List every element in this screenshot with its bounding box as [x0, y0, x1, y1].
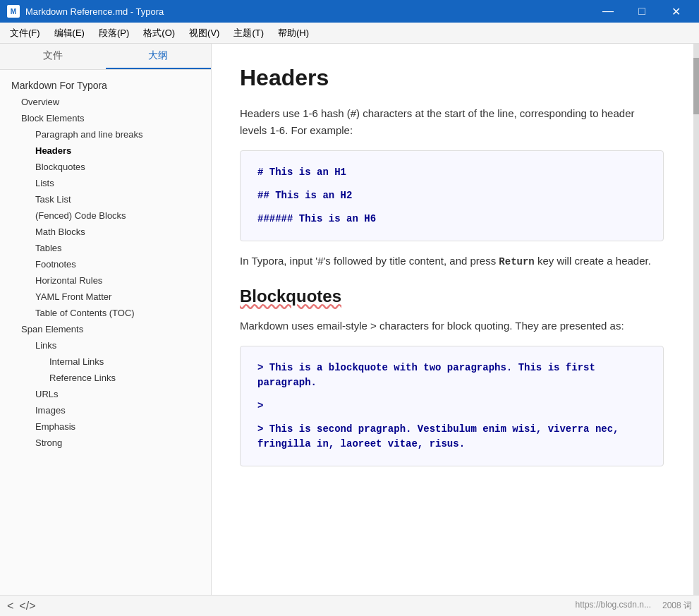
statusbar: < </> https://blog.csdn.n... 2008 词 [0, 595, 699, 616]
main-layout: 文件 大纲 Markdown For TyporaOverviewBlock E… [0, 44, 699, 595]
statusbar-url: https://blog.csdn.n... [576, 600, 651, 612]
menu-item-h[interactable]: 帮助(H) [271, 24, 316, 42]
code-line: # This is an H1 [257, 165, 646, 180]
toc-item-3[interactable]: Paragraph and line breaks [0, 126, 211, 143]
code-block-2: > This is a blockquote with two paragrap… [240, 346, 664, 466]
toc-item-9[interactable]: Math Blocks [0, 224, 211, 240]
toc-item-17[interactable]: Internal Links [0, 354, 211, 370]
nav-prev-button[interactable]: < [7, 600, 13, 612]
toc-item-7[interactable]: Task List [0, 191, 211, 207]
app-icon: M [7, 5, 20, 18]
toc-item-11[interactable]: Footnotes [0, 256, 211, 272]
toc-item-21[interactable]: Emphasis [0, 418, 211, 435]
menu-item-e[interactable]: 编辑(E) [47, 24, 92, 42]
maximize-button[interactable]: □ [626, 0, 658, 23]
minimize-button[interactable]: — [592, 0, 624, 23]
titlebar: M Markdown Reference.md - Typora — □ ✕ [0, 0, 699, 23]
toc-item-5[interactable]: Blockquotes [0, 159, 211, 175]
toc-item-6[interactable]: Lists [0, 175, 211, 191]
toc-item-14[interactable]: Table of Contents (TOC) [0, 305, 211, 321]
close-button[interactable]: ✕ [660, 0, 692, 23]
blockquotes-heading: Blockquotes [240, 286, 664, 306]
window-title: Markdown Reference.md - Typora [25, 6, 164, 17]
menubar: 文件(F)编辑(E)段落(P)格式(O)视图(V)主题(T)帮助(H) [0, 23, 699, 44]
code-line: ## This is an H2 [257, 188, 646, 203]
code-line: ###### This is an H6 [257, 212, 646, 227]
toc-item-18[interactable]: Reference Links [0, 370, 211, 386]
content-area: Headers Headers use 1-6 hash (#) charact… [212, 44, 699, 595]
code-block-1: # This is an H1## This is an H2###### Th… [240, 150, 664, 241]
return-paragraph: In Typora, input '#'s followed by title … [240, 253, 664, 270]
sidebar-toc: Markdown For TyporaOverviewBlock Element… [0, 70, 211, 595]
toc-item-22[interactable]: Strong [0, 435, 211, 451]
toc-item-16[interactable]: Links [0, 337, 211, 354]
toc-item-13[interactable]: YAML Front Matter [0, 289, 211, 305]
return-code: Return [499, 256, 534, 267]
menu-item-o[interactable]: 格式(O) [136, 24, 182, 42]
window-controls[interactable]: — □ ✕ [592, 0, 692, 23]
titlebar-left: M Markdown Reference.md - Typora [7, 5, 164, 18]
return-text-before: In Typora, input '#'s followed by title … [240, 255, 499, 267]
toc-item-2[interactable]: Block Elements [0, 110, 211, 126]
code-line: > [257, 399, 646, 413]
toc-item-4[interactable]: Headers [0, 143, 211, 159]
toc-item-1[interactable]: Overview [0, 94, 211, 110]
code-line: > This is a blockquote with two paragrap… [257, 361, 646, 390]
code-line: > This is second pragraph. Vestibulum en… [257, 422, 646, 452]
word-count: 2008 词 [662, 600, 692, 612]
tab-files[interactable]: 文件 [0, 44, 106, 69]
menu-item-f[interactable]: 文件(F) [3, 24, 47, 42]
return-text-after: key will create a header. [535, 255, 651, 267]
menu-item-p[interactable]: 段落(P) [92, 24, 136, 42]
statusbar-info: https://blog.csdn.n... 2008 词 [576, 600, 692, 612]
toc-item-12[interactable]: Horizontal Rules [0, 272, 211, 289]
page-title: Headers [240, 65, 664, 91]
menu-item-v[interactable]: 视图(V) [182, 24, 226, 42]
toc-item-10[interactable]: Tables [0, 240, 211, 256]
toc-item-19[interactable]: URLs [0, 386, 211, 402]
statusbar-nav: < </> [7, 600, 35, 612]
tab-outline[interactable]: 大纲 [106, 44, 212, 69]
source-mode-button[interactable]: </> [19, 600, 35, 612]
intro-paragraph: Headers use 1-6 hash (#) characters at t… [240, 105, 664, 139]
menu-item-t[interactable]: 主题(T) [226, 24, 271, 42]
blockquotes-paragraph: Markdown uses email-style > characters f… [240, 318, 664, 334]
sidebar-tabs: 文件 大纲 [0, 44, 211, 70]
toc-item-0[interactable]: Markdown For Typora [0, 77, 211, 94]
toc-item-8[interactable]: (Fenced) Code Blocks [0, 207, 211, 224]
scrollbar-thumb[interactable] [693, 58, 699, 114]
content-scrollbar[interactable] [693, 44, 699, 595]
content-scroll: Headers Headers use 1-6 hash (#) charact… [212, 44, 699, 595]
toc-item-15[interactable]: Span Elements [0, 321, 211, 337]
toc-item-20[interactable]: Images [0, 402, 211, 418]
sidebar: 文件 大纲 Markdown For TyporaOverviewBlock E… [0, 44, 212, 595]
